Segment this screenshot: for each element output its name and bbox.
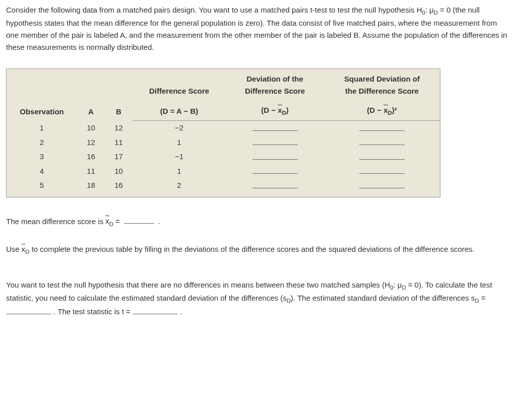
cell-dev	[226, 150, 324, 164]
data-table: Observation A B Difference Score Deviati…	[6, 68, 440, 197]
mean-blank[interactable]	[124, 215, 154, 224]
dev-blank[interactable]	[252, 122, 298, 131]
cell-a: 16	[77, 150, 105, 164]
cell-obs: 2	[7, 135, 78, 150]
sq-blank[interactable]	[359, 179, 405, 188]
header-sq-bottom: (D − xD)²	[324, 100, 440, 121]
dev-blank[interactable]	[252, 151, 298, 160]
test-paragraph: You want to test the null hypothesis tha…	[6, 279, 510, 318]
cell-a: 10	[77, 121, 105, 135]
cell-d: 2	[133, 178, 226, 197]
t-blank[interactable]	[133, 305, 178, 314]
intro-paragraph: Consider the following data from a match…	[6, 4, 510, 53]
sq-blank[interactable]	[359, 136, 405, 146]
cell-sq	[324, 135, 440, 150]
cell-b: 10	[105, 164, 133, 179]
cell-a: 18	[77, 178, 105, 197]
cell-d: −2	[133, 121, 226, 135]
sq-blank[interactable]	[359, 151, 405, 160]
cell-dev	[226, 164, 324, 179]
header-diff-top: Difference Score	[133, 69, 226, 101]
cell-obs: 4	[7, 164, 78, 179]
cell-b: 17	[105, 150, 133, 164]
sq-blank[interactable]	[359, 165, 405, 174]
cell-d: −1	[133, 150, 226, 164]
cell-dev	[226, 121, 324, 135]
cell-obs: 3	[7, 150, 78, 164]
cell-sq	[324, 121, 440, 135]
mean-line: The mean difference score is xD = .	[6, 215, 510, 229]
cell-b: 16	[105, 178, 133, 197]
table-row: 518162	[7, 178, 440, 197]
cell-obs: 1	[7, 121, 78, 135]
cell-dev	[226, 135, 324, 150]
header-diff-bottom: (D = A − B)	[133, 100, 226, 121]
cell-d: 1	[133, 164, 226, 179]
header-dev-bottom: (D − xD)	[226, 100, 324, 121]
dev-blank[interactable]	[252, 136, 298, 146]
dev-blank[interactable]	[252, 165, 298, 174]
cell-a: 12	[77, 135, 105, 150]
cell-sq	[324, 178, 440, 197]
use-line: Use xD to complete the previous table by…	[6, 243, 510, 256]
header-a: A	[77, 69, 105, 121]
header-observation: Observation	[7, 69, 78, 121]
sq-blank[interactable]	[359, 122, 405, 131]
table-row: 31617−1	[7, 150, 440, 164]
table-row: 212111	[7, 135, 440, 150]
cell-a: 11	[77, 164, 105, 179]
table-row: 411101	[7, 164, 440, 179]
header-dev-top: Deviation of theDifference Score	[226, 69, 324, 101]
header-b: B	[105, 69, 133, 121]
sd-blank[interactable]	[6, 305, 51, 314]
cell-sq	[324, 150, 440, 164]
cell-obs: 5	[7, 178, 78, 197]
cell-sq	[324, 164, 440, 179]
cell-dev	[226, 178, 324, 197]
table-row: 11012−2	[7, 121, 440, 135]
dev-blank[interactable]	[252, 179, 298, 188]
cell-d: 1	[133, 135, 226, 150]
cell-b: 12	[105, 121, 133, 135]
header-sq-top: Squared Deviation ofthe Difference Score	[324, 69, 440, 101]
cell-b: 11	[105, 135, 133, 150]
